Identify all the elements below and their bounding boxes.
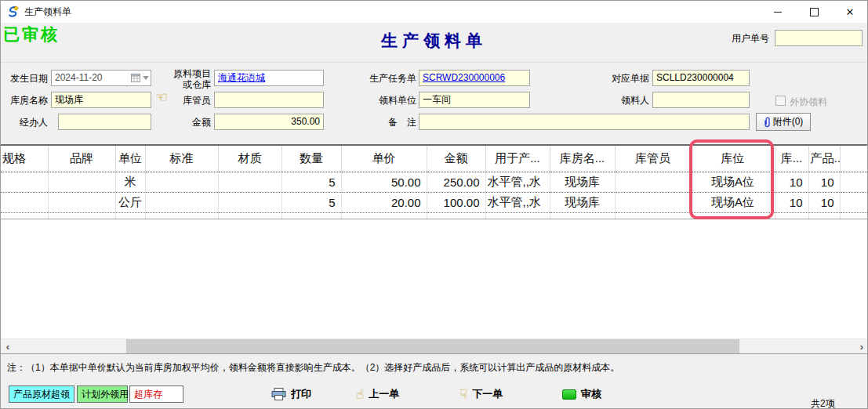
close-button[interactable]: ✕ <box>832 1 868 23</box>
audit-button[interactable]: 审核 <box>562 385 601 404</box>
horizontal-scrollbar[interactable]: ‹ › <box>1 338 868 353</box>
minimize-button[interactable] <box>760 1 796 23</box>
audit-green-icon <box>562 389 576 400</box>
cell[interactable]: 现场库 <box>550 172 615 193</box>
task-no-label: 生产任务单 <box>361 73 416 84</box>
attachment-button[interactable]: 附件(0) <box>756 113 811 131</box>
cell[interactable] <box>218 193 281 213</box>
print-button[interactable]: 打印 <box>271 385 311 404</box>
cell[interactable] <box>615 172 691 193</box>
previous-doc-button[interactable]: ☝ 上一单 <box>356 385 399 404</box>
material-project-field[interactable]: 海通花语城 <box>214 70 324 86</box>
material-project-link[interactable]: 海通花语城 <box>218 72 265 83</box>
title-bar: 生产领料单 ✕ <box>1 1 867 23</box>
cell[interactable] <box>48 193 115 213</box>
table-row[interactable]: 公斤 5 20.00 100.00 水平管,,水 现场库 现场A位 10 10 <box>1 193 868 213</box>
window-title: 生产领料单 <box>24 1 71 23</box>
col-qty[interactable]: 数量 <box>281 145 341 172</box>
operator-label: 经办人 <box>1 117 48 128</box>
request-unit-field[interactable]: 一车间 <box>419 92 530 108</box>
production-requisition-window: 生产领料单 ✕ 已审核 生产领料单 用户单号 发生日期 2024-11-20 原… <box>0 0 868 409</box>
col-extra[interactable] <box>840 145 868 172</box>
issue-date-label: 发生日期 <box>1 73 48 84</box>
next-doc-button[interactable]: ☟ 下一单 <box>459 385 503 404</box>
col-amount[interactable]: 金额 <box>427 145 485 172</box>
col-unit[interactable]: 单位 <box>115 145 145 172</box>
col-used-for[interactable]: 用于产... <box>485 145 550 172</box>
remark-label: 备 注 <box>361 117 416 128</box>
outsourcing-checkbox[interactable] <box>775 96 786 106</box>
cell[interactable] <box>615 193 691 213</box>
item-count: 共2项 <box>811 397 835 409</box>
col-brand[interactable]: 品牌 <box>48 145 115 172</box>
over-stock-button[interactable]: 超库存 <box>129 385 183 403</box>
cell[interactable]: 米 <box>115 172 145 193</box>
scroll-right-arrow-icon[interactable]: › <box>855 339 868 353</box>
col-spec[interactable]: 规格 <box>1 145 48 172</box>
maximize-icon <box>810 8 819 16</box>
app-logo-icon <box>7 5 20 18</box>
material-project-label: 原料项目或仓库 <box>158 68 211 90</box>
user-no-input[interactable] <box>775 30 863 46</box>
col-product[interactable]: 产品... <box>808 145 840 172</box>
col-material[interactable]: 材质 <box>218 145 281 172</box>
cell-location[interactable]: 现场A位 <box>691 193 775 213</box>
picker-label: 领料人 <box>598 95 649 106</box>
cell[interactable]: 水平管,,水 <box>485 172 550 193</box>
ref-doc-field[interactable]: SCLLD230000004 <box>652 70 750 86</box>
remark-field[interactable] <box>419 114 750 130</box>
table-row[interactable]: 米 5 50.00 250.00 水平管,,水 现场库 现场A位 10 10 <box>1 172 868 193</box>
cell[interactable] <box>145 193 218 213</box>
issue-date-picker[interactable]: 2024-11-20 <box>51 70 151 86</box>
keeper-field[interactable] <box>214 92 324 108</box>
col-standard[interactable]: 标准 <box>145 145 218 172</box>
cell[interactable]: 5 <box>281 172 341 193</box>
col-stock[interactable]: 库... <box>775 145 808 172</box>
cell[interactable] <box>145 172 218 193</box>
cell-location[interactable]: 现场A位 <box>691 172 775 193</box>
outsourcing-label: 外协领料 <box>790 96 837 107</box>
cell[interactable] <box>1 193 48 213</box>
cell[interactable] <box>48 172 115 193</box>
paperclip-icon <box>764 117 771 128</box>
cell[interactable]: 250.00 <box>427 172 485 193</box>
cell[interactable]: 10 <box>775 193 808 213</box>
hand-down-icon: ☟ <box>459 388 467 401</box>
cell[interactable]: 5 <box>281 193 341 213</box>
scrollbar-thumb[interactable] <box>126 339 739 353</box>
calendar-dropdown-icon[interactable] <box>131 73 149 82</box>
col-location[interactable]: 库位 <box>691 145 775 172</box>
cell[interactable]: 10 <box>775 172 808 193</box>
close-icon: ✕ <box>846 6 855 18</box>
cell[interactable] <box>840 193 868 213</box>
col-keeper[interactable]: 库管员 <box>615 145 691 172</box>
maximize-button[interactable] <box>796 1 832 23</box>
printer-icon <box>271 388 286 400</box>
cell[interactable]: 现场库 <box>550 193 615 213</box>
cell[interactable] <box>840 172 868 193</box>
scroll-left-arrow-icon[interactable]: ‹ <box>1 339 15 353</box>
cell[interactable]: 10 <box>808 193 840 213</box>
cell[interactable]: 水平管,,水 <box>485 193 550 213</box>
picker-field[interactable] <box>652 92 750 108</box>
col-price[interactable]: 单价 <box>341 145 427 172</box>
cell[interactable]: 20.00 <box>341 193 427 213</box>
bottom-panel: 注：（1）本单据中单价默认为当前库房加权平均价，领料金额将直接影响生产成本。（2… <box>1 353 868 409</box>
over-material-button[interactable]: 产品原材超领 <box>9 385 74 403</box>
operator-field[interactable] <box>58 114 151 130</box>
col-warehouse[interactable]: 库房名... <box>550 145 615 172</box>
warehouse-label: 库房名称 <box>1 95 48 106</box>
warehouse-field[interactable]: 现场库 <box>51 92 151 108</box>
cell[interactable] <box>1 172 48 193</box>
footer-note: 注：（1）本单据中单价默认为当前库房加权平均价，领料金额将直接影响生产成本。（2… <box>7 361 619 375</box>
hand-up-icon: ☝ <box>356 388 364 401</box>
cell[interactable]: 10 <box>808 172 840 193</box>
cell[interactable] <box>218 172 281 193</box>
cell[interactable]: 公斤 <box>115 193 145 213</box>
task-no-link[interactable]: SCRWD230000006 <box>423 72 505 83</box>
cell[interactable]: 50.00 <box>341 172 427 193</box>
task-no-field[interactable]: SCRWD230000006 <box>419 70 530 86</box>
form-divider <box>1 62 867 63</box>
unplanned-use-button[interactable]: 计划外领用 <box>77 385 128 403</box>
cell[interactable]: 100.00 <box>427 193 485 213</box>
